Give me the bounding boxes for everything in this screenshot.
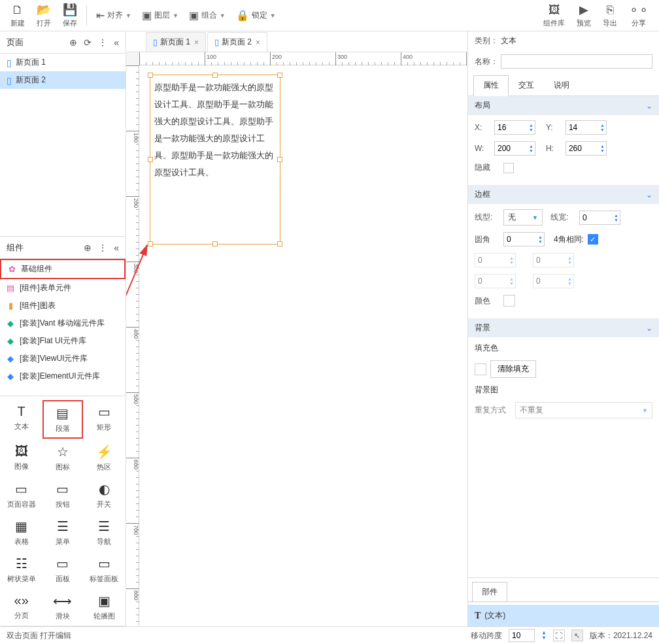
collapse-icon[interactable]: « bbox=[114, 37, 119, 48]
save-button[interactable]: 💾保存 bbox=[58, 0, 82, 31]
component-cell[interactable]: ☰菜单 bbox=[42, 515, 82, 551]
share-button[interactable]: ⚬⚬分享 bbox=[624, 0, 654, 31]
library-item[interactable]: ✿基础组件 bbox=[0, 259, 126, 279]
part-item[interactable]: T(文本) bbox=[468, 605, 659, 626]
complib-button[interactable]: 🖼组件库 bbox=[538, 0, 570, 31]
version-label: 版本：2021.12.24 bbox=[590, 630, 652, 641]
x-input[interactable]: ▲▼ bbox=[494, 120, 535, 135]
more-icon[interactable]: ⋮ bbox=[98, 37, 107, 48]
resize-handle[interactable] bbox=[277, 157, 282, 162]
library-item[interactable]: ▮[组件]图表 bbox=[0, 297, 126, 314]
fullscreen-icon[interactable]: ⛶ bbox=[553, 630, 565, 641]
add-lib-icon[interactable]: ⊕ bbox=[84, 243, 92, 253]
canvas-tab[interactable]: ▯新页面 2× bbox=[207, 32, 267, 52]
chevron-down-icon[interactable]: ⌄ bbox=[646, 101, 652, 110]
library-item[interactable]: ◆[套装]ViewUI元件库 bbox=[0, 350, 126, 367]
component-cell[interactable]: ▭按钮 bbox=[42, 477, 82, 513]
bg-section-header[interactable]: 背景⌄ bbox=[468, 318, 659, 337]
component-cell[interactable]: 🖼图像 bbox=[1, 440, 41, 476]
component-cell[interactable]: ▤段落 bbox=[42, 400, 82, 439]
preview-button[interactable]: ▶预览 bbox=[571, 0, 596, 31]
canvas[interactable]: 原型助手是一款功能强大的原型设计工具。原型助手是一款功能强大的原型设计工具。原型… bbox=[139, 65, 467, 626]
component-cell[interactable]: ▭标签面板 bbox=[84, 552, 124, 588]
component-cell[interactable]: T文本 bbox=[1, 400, 41, 439]
page-icon: ▯ bbox=[7, 75, 12, 86]
prop-tab-notes[interactable]: 说明 bbox=[544, 75, 579, 95]
page-item[interactable]: ▯新页面 1 bbox=[0, 54, 126, 71]
ruler-vertical: 100200300400500600700800 bbox=[126, 65, 139, 626]
close-tab-icon[interactable]: × bbox=[256, 38, 260, 47]
corner-tl-input[interactable]: ▲▼ bbox=[475, 253, 516, 267]
component-cell[interactable]: ▭矩形 bbox=[84, 400, 124, 439]
w-input[interactable]: ▲▼ bbox=[494, 141, 535, 156]
lock-dropdown[interactable]: 🔒锁定▼ bbox=[231, 7, 281, 24]
resize-handle[interactable] bbox=[212, 73, 218, 78]
name-input[interactable] bbox=[501, 54, 652, 69]
refresh-icon[interactable]: ⟳ bbox=[84, 37, 92, 48]
library-item[interactable]: ◆[套装]Vant 移动端元件库 bbox=[0, 314, 126, 332]
group-dropdown[interactable]: ▣组合▼ bbox=[184, 7, 231, 24]
radius-input[interactable]: ▲▼ bbox=[503, 232, 545, 246]
move-span-input[interactable] bbox=[509, 629, 535, 642]
lib-collapse-icon[interactable]: « bbox=[114, 243, 119, 253]
corner-br-input[interactable]: ▲▼ bbox=[533, 274, 574, 288]
resize-handle[interactable] bbox=[148, 73, 153, 78]
border-color-swatch[interactable] bbox=[503, 295, 515, 307]
same-corner-checkbox[interactable]: ✓ bbox=[588, 234, 598, 245]
lib-more-icon[interactable]: ⋮ bbox=[98, 243, 107, 253]
component-cell[interactable]: «»分页 bbox=[1, 589, 41, 625]
component-cell[interactable]: ⚡热区 bbox=[84, 440, 124, 476]
h-input[interactable]: ▲▼ bbox=[566, 141, 607, 156]
clear-fill-button[interactable]: 清除填充 bbox=[490, 360, 536, 378]
canvas-pane: ▯新页面 1× ▯新页面 2× 100200300400500 10020030… bbox=[126, 31, 467, 626]
category-label: 类别： bbox=[475, 35, 501, 46]
layer-dropdown[interactable]: ▣图层▼ bbox=[137, 7, 184, 24]
component-cell[interactable]: ◐开关 bbox=[84, 477, 124, 513]
new-button[interactable]: 🗋新建 bbox=[5, 0, 30, 31]
align-dropdown[interactable]: ⇤对齐▼ bbox=[91, 7, 137, 24]
resize-handle[interactable] bbox=[277, 241, 282, 246]
repeat-select[interactable]: 不重复▼ bbox=[515, 402, 652, 418]
corner-tr-input[interactable]: ▲▼ bbox=[533, 253, 574, 267]
page-item[interactable]: ▯新页面 2 bbox=[0, 71, 126, 89]
component-cell[interactable]: ▭面板 bbox=[42, 552, 82, 588]
y-input[interactable]: ▲▼ bbox=[566, 120, 607, 135]
resize-handle[interactable] bbox=[148, 157, 153, 162]
linetype-select[interactable]: 无▼ bbox=[503, 209, 543, 226]
component-cell[interactable]: ☷树状菜单 bbox=[1, 552, 41, 588]
border-section-header[interactable]: 边框⌄ bbox=[468, 185, 659, 204]
open-button[interactable]: 📂打开 bbox=[31, 0, 56, 31]
cursor-icon[interactable]: ↖ bbox=[571, 630, 583, 641]
library-item[interactable]: ▤[组件]表单元件 bbox=[0, 279, 126, 297]
chevron-down-icon[interactable]: ⌄ bbox=[646, 324, 652, 333]
layout-section-header[interactable]: 布局⌄ bbox=[468, 96, 659, 115]
component-cell[interactable]: ▦表格 bbox=[1, 515, 41, 551]
component-cell[interactable]: ☰导航 bbox=[84, 515, 124, 551]
parts-tab[interactable]: 部件 bbox=[472, 582, 507, 602]
resize-handle[interactable] bbox=[148, 241, 153, 246]
canvas-tab[interactable]: ▯新页面 1× bbox=[146, 32, 206, 52]
resize-handle[interactable] bbox=[277, 73, 282, 78]
resize-handle[interactable] bbox=[212, 241, 218, 246]
prop-tab-interaction[interactable]: 交互 bbox=[509, 75, 544, 95]
component-cell[interactable]: ⟷滑块 bbox=[42, 589, 82, 625]
chevron-down-icon[interactable]: ⌄ bbox=[646, 190, 652, 199]
close-tab-icon[interactable]: × bbox=[194, 38, 199, 47]
component-cell[interactable]: ☆图标 bbox=[42, 440, 82, 476]
component-icon: ☰ bbox=[98, 518, 110, 534]
export-button[interactable]: ⎘导出 bbox=[598, 0, 622, 31]
hide-checkbox[interactable] bbox=[503, 163, 514, 173]
library-item[interactable]: ◆[套装]Flat UI元件库 bbox=[0, 332, 126, 350]
add-page-icon[interactable]: ⊕ bbox=[69, 37, 77, 48]
linewidth-input[interactable]: ▲▼ bbox=[579, 211, 620, 225]
component-cell[interactable]: ▣轮播图 bbox=[84, 589, 124, 625]
fill-color-swatch[interactable] bbox=[475, 364, 486, 375]
corner-bl-input[interactable]: ▲▼ bbox=[475, 274, 516, 288]
selected-paragraph-element[interactable]: 原型助手是一款功能强大的原型设计工具。原型助手是一款功能强大的原型设计工具。原型… bbox=[150, 75, 280, 245]
prop-tab-attributes[interactable]: 属性 bbox=[473, 75, 509, 96]
component-cell[interactable]: ▭页面容器 bbox=[1, 477, 41, 513]
category-value: 文本 bbox=[501, 35, 516, 46]
spin-icon[interactable]: ▲▼ bbox=[541, 630, 547, 641]
component-icon: ☆ bbox=[57, 444, 69, 460]
library-item[interactable]: ◆[套装]ElementUI元件库 bbox=[0, 367, 126, 385]
